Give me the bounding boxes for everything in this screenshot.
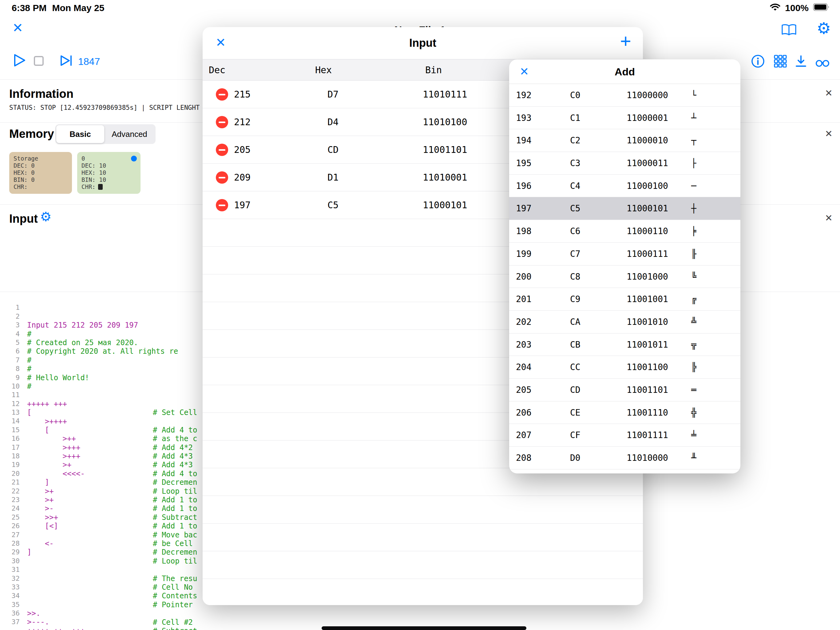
add-popover: Add ✕ 192 C0 11000000 └ 193 C1 11000001 … xyxy=(509,59,741,473)
input-close-icon[interactable]: ✕ xyxy=(825,214,833,223)
status-bar: 6:38 PM Mon May 25 100% xyxy=(0,0,840,16)
char-bin: 11001100 xyxy=(627,356,668,379)
character-row[interactable]: 207 CF 11001111 ╧ xyxy=(509,424,741,446)
char-hex: CF xyxy=(570,424,581,446)
value-hex: CD xyxy=(327,136,338,164)
remove-value-button[interactable] xyxy=(216,144,228,156)
info-icon[interactable] xyxy=(751,54,765,70)
value-bin: 11000101 xyxy=(423,192,467,219)
character-row[interactable]: 199 C7 11000111 ╟ xyxy=(509,243,741,266)
code-line: 37 +++++ ++..+++. # Likewise for 'llo' f… xyxy=(0,609,840,618)
char-glyph: ├ xyxy=(691,152,696,175)
tab-basic[interactable]: Basic xyxy=(56,125,104,143)
line-comment: # Subtract xyxy=(153,627,197,630)
value-dec: 212 xyxy=(234,108,251,136)
character-row[interactable]: 192 C0 11000000 └ xyxy=(509,84,741,107)
character-row[interactable]: 197 C5 11000101 ┼ xyxy=(509,197,741,220)
character-row[interactable]: 198 C6 11000110 ╞ xyxy=(509,220,741,243)
storage-hex: HEX: 0 xyxy=(14,169,68,176)
storage-bin: BIN: 0 xyxy=(14,176,68,184)
char-glyph: ╔ xyxy=(691,288,696,311)
char-dec: 195 xyxy=(516,152,532,175)
value-hex: D4 xyxy=(327,108,338,136)
character-row[interactable]: 203 CB 11001011 ╦ xyxy=(509,334,741,356)
character-row[interactable]: 205 CD 11001101 ═ xyxy=(509,379,741,401)
input-settings-gear-icon[interactable]: ⚙ xyxy=(40,211,52,223)
remove-value-button[interactable] xyxy=(216,88,228,101)
remove-value-button[interactable] xyxy=(216,171,228,184)
status-date: Mon May 25 xyxy=(52,3,104,13)
memory-section-title: Memory xyxy=(9,127,54,141)
storage-dec: DEC: 0 xyxy=(14,162,68,169)
char-dec: 193 xyxy=(516,107,532,130)
character-row[interactable]: 206 CE 11001110 ╬ xyxy=(509,401,741,424)
battery-percent: 100% xyxy=(785,3,808,13)
storage-chr: CHR: xyxy=(14,184,68,190)
stop-button[interactable] xyxy=(33,55,45,68)
preview-glasses-icon[interactable] xyxy=(815,56,830,70)
download-icon[interactable] xyxy=(794,54,808,70)
home-indicator[interactable] xyxy=(322,626,526,630)
line-code: >---. xyxy=(27,618,49,626)
char-bin: 11001011 xyxy=(627,334,668,356)
char-hex: C9 xyxy=(570,288,581,311)
remove-value-button[interactable] xyxy=(216,199,228,211)
character-row[interactable]: 194 C2 11000010 ┬ xyxy=(509,129,741,152)
run-button[interactable] xyxy=(12,53,27,69)
character-row[interactable]: 195 C3 11000011 ├ xyxy=(509,152,741,175)
char-bin: 11001000 xyxy=(627,266,668,288)
settings-gear-icon[interactable]: ⚙ xyxy=(816,20,831,36)
line-code: +++++ ++..+++. xyxy=(27,627,89,630)
remove-value-button[interactable] xyxy=(216,116,228,128)
battery-icon xyxy=(813,3,829,13)
add-popover-header: Add ✕ xyxy=(509,59,741,84)
line-comment: # Cell #2 xyxy=(153,618,193,627)
script-status-line: STATUS: STOP [12.45923709869385s] | SCRI… xyxy=(9,104,200,111)
tab-advanced[interactable]: Advanced xyxy=(104,125,155,143)
memory-grid-icon[interactable] xyxy=(773,54,788,70)
input-modal-add-icon[interactable]: + xyxy=(620,32,631,51)
character-row[interactable]: 200 C8 11001000 ╚ xyxy=(509,266,741,288)
add-popover-close-icon[interactable]: ✕ xyxy=(519,66,529,77)
char-glyph: ═ xyxy=(691,379,696,401)
char-glyph: ╧ xyxy=(691,424,696,446)
value-hex: D7 xyxy=(327,81,338,108)
char-bin: 11000000 xyxy=(627,84,668,107)
character-row[interactable]: 202 CA 11001010 ╩ xyxy=(509,311,741,334)
character-row[interactable]: 193 C1 11000001 ┴ xyxy=(509,107,741,130)
char-dec: 200 xyxy=(516,266,532,288)
char-glyph: ╟ xyxy=(691,243,696,266)
char-glyph: ╠ xyxy=(691,356,696,379)
char-dec: 203 xyxy=(516,334,532,356)
char-bin: 11000001 xyxy=(627,107,668,130)
character-row[interactable]: 196 C4 11000100 ─ xyxy=(509,175,741,198)
char-dec: 207 xyxy=(516,424,532,446)
char-glyph: ─ xyxy=(691,175,696,198)
char-dec: 192 xyxy=(516,84,532,107)
step-button[interactable] xyxy=(59,54,73,68)
cell-hex: HEX: 10 xyxy=(82,169,136,176)
input-modal-close-icon[interactable]: ✕ xyxy=(216,36,226,49)
close-document-button[interactable]: ✕ xyxy=(12,22,23,35)
character-row[interactable]: 201 C9 11001001 ╔ xyxy=(509,288,741,311)
char-bin: 11000010 xyxy=(627,129,668,152)
char-glyph: ╚ xyxy=(691,266,696,288)
column-bin: Bin xyxy=(425,59,442,81)
char-dec: 205 xyxy=(516,379,532,401)
cell-chr: CHR: xyxy=(82,184,136,190)
char-hex: D0 xyxy=(570,446,581,469)
char-bin: 11010000 xyxy=(627,446,668,469)
char-dec: 204 xyxy=(516,356,532,379)
char-hex: C7 xyxy=(570,243,581,266)
character-row[interactable]: 208 D0 11010000 ╨ xyxy=(509,446,741,469)
memory-cell-card[interactable]: 0 DEC: 10 HEX: 10 BIN: 10 CHR: xyxy=(77,152,141,194)
character-list[interactable]: 192 C0 11000000 └ 193 C1 11000001 ┴ 194 … xyxy=(509,84,741,469)
char-hex: C3 xyxy=(570,152,581,175)
character-row[interactable]: 204 CC 11001100 ╠ xyxy=(509,356,741,379)
information-section-title: Information xyxy=(9,87,74,101)
memory-close-icon[interactable]: ✕ xyxy=(825,129,833,138)
library-book-icon[interactable] xyxy=(781,24,797,38)
cell-dec: DEC: 10 xyxy=(82,162,136,169)
information-close-icon[interactable]: ✕ xyxy=(825,89,833,98)
char-dec: 201 xyxy=(516,288,532,311)
